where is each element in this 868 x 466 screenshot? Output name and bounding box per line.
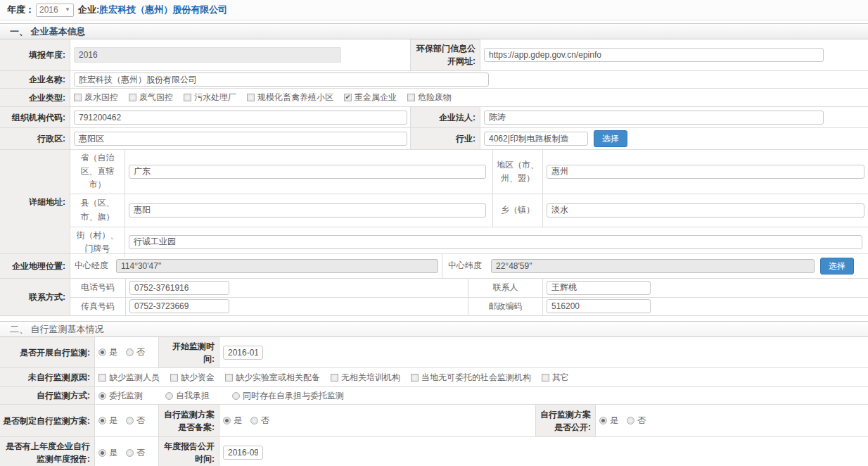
plan-filed-options: 是 否	[219, 405, 535, 436]
year-label: 年度：	[7, 4, 34, 16]
row-company-type: 企业类型: 废水国控 废气国控 污水处理厂 规模化畜禽养殖小区 重金属企业 危险…	[0, 89, 868, 107]
radio-icon	[126, 449, 134, 457]
district-input[interactable]	[74, 132, 407, 146]
radio-icon	[250, 417, 258, 424]
address-row-street: 街（村）、门牌号	[70, 227, 868, 257]
geo-label: 企业地理位置:	[0, 254, 70, 278]
company-type-options: 废水国控 废气国控 污水处理厂 规模化畜禽养殖小区 重金属企业 危险废物	[70, 89, 868, 106]
address-row-county: 县（区、市、旗） 乡（镇）	[70, 194, 868, 227]
checkbox-icon	[331, 374, 338, 382]
fill-year-input[interactable]	[74, 47, 341, 63]
checkbox-livestock[interactable]: 规模化畜禽养殖小区	[247, 92, 333, 103]
checkbox-icon	[542, 374, 549, 382]
checkbox-icon	[74, 94, 82, 101]
checkbox-wastewater[interactable]: 废水国控	[74, 92, 118, 103]
checkbox-icon	[129, 94, 136, 101]
street-input[interactable]	[129, 235, 862, 249]
company-link[interactable]: 胜宏科技（惠州）股份有限公司	[99, 4, 227, 16]
env-url-input[interactable]	[484, 48, 824, 62]
year-select[interactable]: 2016 ▼	[36, 4, 74, 17]
company-name-label: 企业名称:	[0, 71, 70, 88]
org-code-cell	[70, 107, 410, 127]
company-name-input[interactable]	[74, 73, 489, 87]
plan-filed-label: 自行监测方案是否备案:	[158, 405, 219, 436]
checkbox-no-agency[interactable]: 当地无可委托的社会监测机构	[411, 372, 531, 384]
last-report-yes-radio[interactable]: 是	[98, 447, 117, 459]
lng-input[interactable]	[116, 259, 438, 273]
row-no-reason: 未自行监测原因: 缺少监测人员 缺少资金 缺少实验室或相关配备 无相关培训机构 …	[0, 368, 868, 387]
checkbox-icon	[225, 374, 233, 382]
street-cell	[125, 227, 868, 257]
legal-person-cell	[480, 107, 868, 127]
row-contact: 联系方式: 电话号码 联系人 传真号码 邮	[0, 279, 868, 315]
city-input[interactable]	[547, 165, 864, 179]
section2-header: 二、 自行监测基本情况	[0, 321, 868, 337]
checkbox-no-staff[interactable]: 缺少监测人员	[98, 372, 160, 384]
phone-input[interactable]	[129, 281, 229, 295]
checkbox-sewage-plant[interactable]: 污水处理厂	[184, 92, 236, 103]
checkbox-icon	[344, 94, 352, 101]
checkbox-no-funds[interactable]: 缺少资金	[170, 372, 215, 384]
phone-cell	[126, 279, 468, 297]
geo-select-button[interactable]: 选择	[820, 258, 854, 275]
radio-icon	[627, 417, 634, 424]
method-both-radio[interactable]: 同时存在自承担与委托监测	[232, 390, 344, 402]
last-report-no-radio[interactable]: 否	[126, 447, 145, 459]
plan-public-no-radio[interactable]: 否	[627, 415, 646, 427]
section1-table: 填报年度: 环保部门信息公开网址: 企业名称: 企业类型: 废水国控 废气国控 …	[0, 39, 868, 316]
checkbox-hazardous-waste[interactable]: 危险废物	[407, 92, 452, 103]
method-entrusted-radio[interactable]: 委托监测	[98, 390, 143, 402]
street-label: 街（村）、门牌号	[70, 227, 125, 257]
row-district: 行政区: 行业: 选择	[0, 128, 868, 150]
town-input[interactable]	[547, 203, 864, 218]
checkbox-no-lab[interactable]: 缺少实验室或相关配备	[225, 372, 320, 384]
industry-input[interactable]	[484, 132, 588, 146]
checkbox-icon	[170, 374, 178, 382]
org-code-label: 组织机构代码:	[0, 107, 70, 127]
self-monitor-yes-radio[interactable]: 是	[98, 346, 117, 358]
start-time-label: 开始监测时间:	[158, 337, 219, 367]
start-time-input[interactable]	[223, 346, 263, 360]
fax-input[interactable]	[129, 299, 229, 313]
plan-filed-no-radio[interactable]: 否	[250, 415, 269, 427]
report-form-page: 年度： 2016 ▼ 企业: 胜宏科技（惠州）股份有限公司 一、 企业基本信息 …	[0, 0, 868, 466]
checkbox-other[interactable]: 其它	[542, 372, 569, 384]
self-monitor-no-radio[interactable]: 否	[126, 346, 145, 358]
lat-cell: 选择	[487, 254, 868, 278]
plan-public-options: 是 否	[596, 405, 868, 436]
lat-label: 中心纬度	[442, 254, 487, 278]
has-plan-no-radio[interactable]: 否	[126, 415, 145, 427]
topbar: 年度： 2016 ▼ 企业: 胜宏科技（惠州）股份有限公司	[0, 0, 868, 20]
checkbox-no-training[interactable]: 无相关培训机构	[331, 372, 400, 384]
report-time-label: 年度报告公开时间:	[158, 437, 219, 466]
has-plan-label: 是否制定自行监测方案:	[0, 405, 95, 436]
row-plan: 是否制定自行监测方案: 是 否 自行监测方案是否备案: 是 否 自行监测方案是否…	[0, 405, 868, 437]
county-input[interactable]	[129, 203, 486, 218]
method-label: 自行监测方式:	[0, 387, 95, 404]
industry-select-button[interactable]: 选择	[594, 130, 627, 147]
address-subtable: 省（自治区、直辖市） 地区（市、州、盟） 县（区、市、旗） 乡（镇）	[70, 150, 868, 253]
lat-input[interactable]	[491, 259, 815, 273]
row-org-code: 组织机构代码: 企业法人:	[0, 107, 868, 128]
org-code-input[interactable]	[74, 111, 407, 125]
plan-filed-yes-radio[interactable]: 是	[223, 415, 242, 427]
checkbox-heavy-metal[interactable]: 重金属企业	[344, 92, 397, 103]
contact-person-input[interactable]	[547, 281, 651, 295]
report-time-input[interactable]	[223, 446, 263, 460]
legal-person-input[interactable]	[484, 111, 824, 125]
checkbox-wastegas[interactable]: 废气国控	[129, 92, 173, 103]
legal-person-label: 企业法人:	[410, 107, 480, 127]
phone-label: 电话号码	[70, 279, 126, 297]
has-plan-yes-radio[interactable]: 是	[98, 415, 117, 427]
town-label: 乡（镇）	[492, 194, 543, 227]
plan-public-yes-radio[interactable]: 是	[599, 415, 618, 427]
report-time-cell	[219, 437, 868, 466]
env-url-cell	[480, 39, 868, 70]
province-input[interactable]	[129, 165, 486, 179]
method-self-radio[interactable]: 自我承担	[165, 390, 210, 402]
row-address: 详细地址: 省（自治区、直辖市） 地区（市、州、盟） 县（区、市、旗）	[0, 150, 868, 254]
zip-input[interactable]	[547, 299, 651, 313]
lng-label: 中心经度	[70, 254, 113, 278]
section2-table: 是否开展自行监测: 是 否 开始监测时间: 未自行监测原因: 缺少监测人员 缺少…	[0, 337, 868, 466]
checkbox-icon	[247, 94, 255, 101]
